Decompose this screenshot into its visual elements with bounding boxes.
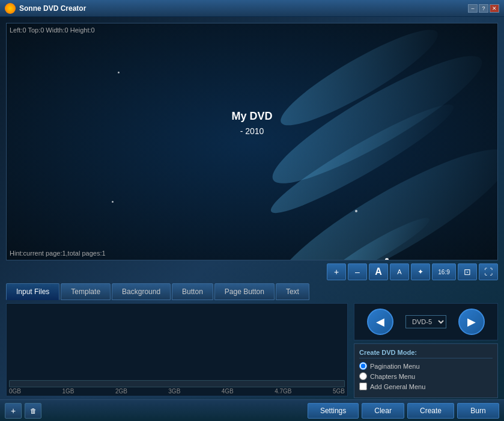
app-icon bbox=[5, 3, 16, 14]
tabs-bar: Input Files Template Background Button P… bbox=[0, 283, 504, 300]
tab-background[interactable]: Background bbox=[112, 283, 171, 300]
dvd-mode-settings: Create DVD Mode: Pagination Menu Chapter… bbox=[354, 343, 498, 398]
preview-area: Left:0 Top:0 Width:0 Height:0 My DVD - 2… bbox=[6, 23, 498, 260]
create-button[interactable]: Create bbox=[407, 403, 454, 419]
delete-file-button[interactable]: 🗑 bbox=[25, 403, 41, 419]
text-larger-button[interactable]: A bbox=[369, 263, 388, 280]
pagination-menu-row: Pagination Menu bbox=[359, 362, 493, 370]
main-container: Left:0 Top:0 Width:0 Height:0 My DVD - 2… bbox=[0, 17, 504, 421]
preview-toolbar: + – A A ✦ 16:9 ⊡ ⛶ bbox=[0, 260, 504, 283]
storage-label-4gb: 4GB bbox=[222, 388, 234, 395]
star-4 bbox=[355, 210, 357, 212]
coords-label: Left:0 Top:0 Width:0 Height:0 bbox=[10, 26, 95, 34]
tab-button[interactable]: Button bbox=[172, 283, 213, 300]
close-button[interactable]: ✕ bbox=[490, 4, 499, 13]
file-area: 0GB 1GB 2GB 3GB 4GB 4.7GB 5GB bbox=[6, 303, 348, 396]
storage-bar bbox=[9, 380, 345, 387]
dvd-selector-container: DVD-5 DVD-9 bbox=[405, 315, 446, 328]
add-general-menu-row: Add General Menu bbox=[359, 383, 493, 390]
tab-page-button[interactable]: Page Button bbox=[214, 283, 275, 300]
window-controls: – ? ✕ bbox=[468, 4, 499, 13]
dvd-preview: Left:0 Top:0 Width:0 Height:0 My DVD - 2… bbox=[7, 23, 497, 260]
effect-button[interactable]: ✦ bbox=[411, 263, 430, 280]
remove-element-button[interactable]: – bbox=[348, 263, 367, 280]
storage-labels: 0GB 1GB 2GB 3GB 4GB 4.7GB 5GB bbox=[9, 388, 345, 395]
text-smaller-button[interactable]: A bbox=[390, 263, 409, 280]
burn-button[interactable]: Burn bbox=[457, 403, 499, 419]
chapters-menu-label: Chapters Menu bbox=[370, 373, 415, 380]
prev-button[interactable]: ◀ bbox=[367, 309, 393, 335]
fit-button[interactable]: ⊡ bbox=[458, 263, 477, 280]
right-panel: ◀ DVD-5 DVD-9 ▶ Create DVD Mode: Paginat… bbox=[354, 303, 498, 396]
fullscreen-button[interactable]: ⛶ bbox=[479, 263, 498, 280]
chapters-menu-radio[interactable] bbox=[359, 372, 367, 380]
add-general-menu-checkbox[interactable] bbox=[359, 383, 367, 390]
minimize-button[interactable]: – bbox=[468, 4, 478, 13]
nav-area: ◀ DVD-5 DVD-9 ▶ bbox=[354, 303, 498, 340]
storage-label-5gb: 5GB bbox=[333, 388, 345, 395]
action-bar: + 🗑 Settings Clear Create Burn bbox=[0, 399, 504, 421]
star-1 bbox=[118, 72, 120, 73]
settings-button[interactable]: Settings bbox=[308, 403, 359, 419]
storage-label-2gb: 2GB bbox=[115, 388, 127, 395]
dvd-title-block: My DVD - 2010 bbox=[231, 110, 272, 136]
dvd-main-title: My DVD bbox=[231, 110, 272, 123]
help-button[interactable]: ? bbox=[479, 4, 488, 13]
storage-label-47gb: 4.7GB bbox=[275, 388, 291, 395]
title-bar: Sonne DVD Creator – ? ✕ bbox=[0, 0, 504, 17]
ratio-button[interactable]: 16:9 bbox=[432, 263, 456, 280]
tab-template[interactable]: Template bbox=[61, 283, 111, 300]
add-general-menu-label: Add General Menu bbox=[370, 383, 425, 390]
pagination-menu-label: Pagination Menu bbox=[370, 363, 420, 370]
star-3 bbox=[385, 258, 389, 260]
next-button[interactable]: ▶ bbox=[458, 309, 485, 335]
tab-text[interactable]: Text bbox=[276, 283, 309, 300]
dvd-subtitle: - 2010 bbox=[231, 126, 272, 136]
storage-label-1gb: 1GB bbox=[62, 388, 74, 395]
hint-label: Hint:current page:1,total pages:1 bbox=[10, 250, 106, 257]
add-file-button[interactable]: + bbox=[5, 403, 22, 419]
add-element-button[interactable]: + bbox=[327, 263, 346, 280]
bottom-panel: 0GB 1GB 2GB 3GB 4GB 4.7GB 5GB ◀ DVD-5 DV… bbox=[0, 303, 504, 399]
title-text: Sonne DVD Creator bbox=[19, 4, 468, 13]
chapters-menu-row: Chapters Menu bbox=[359, 372, 493, 380]
storage-label-3gb: 3GB bbox=[168, 388, 180, 395]
dvd-mode-title: Create DVD Mode: bbox=[359, 349, 493, 358]
star-2 bbox=[112, 201, 114, 203]
dvd-format-selector[interactable]: DVD-5 DVD-9 bbox=[405, 315, 446, 328]
storage-bar-container: 0GB 1GB 2GB 3GB 4GB 4.7GB 5GB bbox=[7, 378, 347, 396]
pagination-menu-radio[interactable] bbox=[359, 362, 367, 370]
clear-button[interactable]: Clear bbox=[362, 403, 404, 419]
tab-input-files[interactable]: Input Files bbox=[6, 283, 59, 300]
storage-label-0gb: 0GB bbox=[9, 388, 21, 395]
